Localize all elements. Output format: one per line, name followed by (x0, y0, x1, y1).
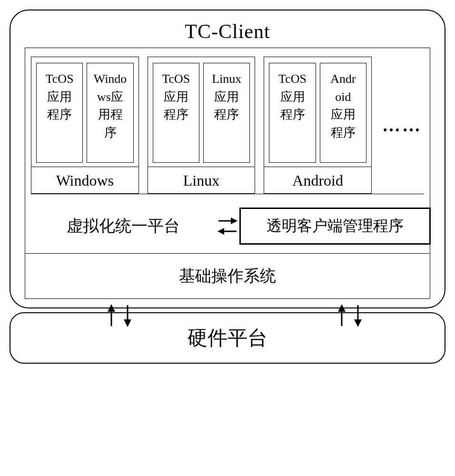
arrow-up-icon (105, 304, 118, 327)
tc-client-container: TC-Client TcOS应用程序 Windows应用程序 Windows T… (10, 10, 445, 308)
ellipsis: …… (380, 115, 424, 136)
client-manager-box: 透明客户端管理程序 (239, 208, 431, 245)
app-windows: Windows应用程序 (87, 63, 133, 163)
os-row: TcOS应用程序 Windows应用程序 Windows TcOS应用程序 Li… (31, 57, 424, 194)
virtualization-platform-label: 虚拟化统一平台 (31, 208, 216, 245)
os-name-linux: Linux (148, 167, 255, 193)
svg-marker-11 (354, 319, 362, 327)
arrow-right-icon (218, 216, 237, 226)
os-name-windows: Windows (31, 167, 138, 193)
app-android: Android应用程序 (320, 63, 366, 163)
arrows-virt-baseos (105, 304, 134, 327)
arrows-virt-mgmt (216, 208, 239, 245)
virtualization-platform-container: TcOS应用程序 Windows应用程序 Windows TcOS应用程序 Li… (25, 48, 430, 254)
base-os-box: 基础操作系统 (25, 254, 430, 299)
arrow-left-icon (218, 227, 237, 236)
os-box-linux: TcOS应用程序 Linux应用程序 Linux (148, 57, 256, 194)
svg-marker-5 (108, 304, 115, 312)
arrow-down-icon (121, 304, 134, 327)
hardware-box: 硬件平台 (10, 312, 445, 364)
app-linux: Linux应用程序 (203, 63, 250, 163)
svg-marker-1 (231, 218, 237, 224)
os-name-android: Android (264, 167, 371, 193)
app-tcos-windows: TcOS应用程序 (36, 63, 83, 163)
os-box-windows: TcOS应用程序 Windows应用程序 Windows (31, 57, 139, 194)
svg-marker-3 (218, 228, 224, 235)
lower-row: 虚拟化统一平台 透明客户端管理程序 (31, 208, 424, 245)
svg-marker-9 (338, 304, 346, 312)
arrow-up-icon (335, 304, 348, 327)
arrows-mgmt-baseos (335, 304, 365, 327)
svg-marker-7 (124, 319, 131, 327)
os-box-android: TcOS应用程序 Android应用程序 Android (264, 57, 372, 194)
diagram-title: TC-Client (25, 20, 430, 43)
app-tcos-android: TcOS应用程序 (269, 63, 316, 163)
app-tcos-linux: TcOS应用程序 (153, 63, 199, 163)
arrow-down-icon (351, 304, 365, 327)
